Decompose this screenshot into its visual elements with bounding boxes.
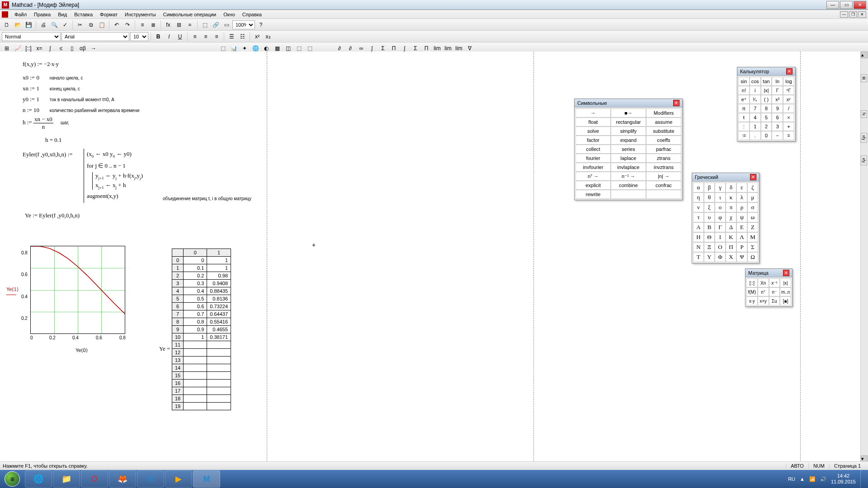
palette-cell[interactable]: . — [750, 131, 761, 140]
collapsed-panel[interactable]: fx — [861, 110, 867, 118]
math-region[interactable]: Eyler(f ,y0,x0,h,n) := — [23, 151, 73, 158]
palette-cell[interactable]: φ — [715, 212, 726, 222]
palette-cell[interactable]: Ο — [715, 242, 726, 252]
italic-icon[interactable]: I — [164, 32, 174, 42]
palette-cell[interactable]: ε — [736, 183, 747, 192]
palette-cell[interactable]: x² — [772, 95, 783, 104]
collapsed-panel[interactable]: ⊞ — [861, 74, 867, 82]
palette-cell[interactable]: rewrite — [576, 190, 611, 199]
palette-cell[interactable]: ztrans — [646, 154, 681, 163]
palette-cell[interactable]: cos — [750, 77, 761, 86]
print-icon[interactable]: 🖨 — [38, 20, 48, 30]
palette-cell[interactable]: [■] — [780, 296, 791, 305]
zoom-select[interactable]: 100% — [232, 20, 255, 29]
palette-cell[interactable]: η — [693, 192, 704, 202]
palette-close-icon[interactable]: ✕ — [673, 100, 679, 106]
palette-cell[interactable]: Κ — [726, 232, 736, 242]
palette-cell[interactable]: γ — [715, 183, 726, 192]
table-row[interactable]: 14 — [172, 364, 231, 372]
explorer-taskbtn[interactable]: 📁 — [53, 470, 80, 488]
palette-cell[interactable]: ι — [715, 192, 726, 202]
table-row[interactable]: 20.20.98 — [172, 272, 231, 280]
undo-icon[interactable]: ↶ — [112, 20, 122, 30]
palette-cell[interactable]: ln — [772, 77, 783, 86]
table-row[interactable]: 30.30.9408 — [172, 280, 231, 287]
symbolic-palette[interactable]: Символьные✕ →■→Modifiersfloatrectangular… — [574, 99, 683, 200]
table-row[interactable]: 15 — [172, 372, 231, 380]
palette-cell[interactable]: Θ — [704, 232, 715, 242]
palette-cell[interactable]: κ — [726, 192, 736, 202]
palette-cell[interactable]: Φ — [715, 252, 726, 262]
palette-cell[interactable]: Σ — [747, 242, 758, 252]
math-region[interactable]: f(x,y) := −2·x·y — [23, 61, 59, 68]
palette-cell[interactable]: ξ — [704, 202, 715, 212]
palette-cell[interactable]: laplace — [611, 154, 646, 163]
palette-cell[interactable]: 9 — [772, 104, 783, 113]
menu-справка[interactable]: Справка — [239, 11, 265, 18]
palette-cell[interactable]: : — [738, 122, 750, 131]
table-row[interactable]: 11 — [172, 341, 231, 349]
fx-icon[interactable]: fx — [163, 20, 173, 30]
size-select[interactable]: 10 — [130, 32, 148, 41]
palette-cell[interactable] — [646, 190, 681, 199]
math-region[interactable]: y0 := 1 ток в начальный момент t=0, А — [23, 96, 114, 103]
palette-cell[interactable]: x·y — [746, 296, 758, 305]
palette-cell[interactable]: Γ — [772, 86, 783, 95]
menu-вид[interactable]: Вид — [54, 11, 71, 18]
table-row[interactable]: 60.60.73224 — [172, 303, 231, 310]
palette-cell[interactable]: Ι — [715, 232, 726, 242]
palette-cell[interactable]: invlaplace — [611, 163, 646, 172]
palette-cell[interactable]: 6 — [772, 113, 783, 122]
component-icon[interactable]: ⬚ — [200, 20, 210, 30]
palette-cell[interactable]: 5 — [761, 113, 772, 122]
doc-minimize-button[interactable]: — — [840, 11, 848, 18]
paste-icon[interactable]: 📋 — [97, 20, 107, 30]
palette-cell[interactable]: Η — [693, 232, 704, 242]
collapsed-panel[interactable]: xfy — [861, 133, 867, 143]
tray-sound-icon[interactable]: 🔊 — [820, 476, 826, 482]
palette-cell[interactable]: β — [704, 183, 715, 192]
collapsed-panel[interactable]: xfy — [861, 155, 867, 165]
palette-cell[interactable]: x×y — [758, 296, 769, 305]
palette-close-icon[interactable]: ✕ — [786, 68, 793, 75]
palette-cell[interactable]: τ — [693, 212, 704, 222]
palette-cell[interactable]: α — [693, 183, 704, 192]
numbering-icon[interactable]: ☷ — [237, 32, 247, 42]
palette-cell[interactable]: := — [738, 131, 750, 140]
program-region[interactable]: (x0 ← x0 y0 ← y0) for j ∈ 0 .. n − 1 yj+… — [84, 149, 143, 203]
align2-icon[interactable]: ≣ — [148, 20, 158, 30]
palette-cell[interactable]: factor — [576, 136, 611, 145]
palette-cell[interactable]: Modifiers — [646, 108, 681, 117]
palette-cell[interactable]: Ω — [747, 252, 758, 262]
palette-cell[interactable]: float — [576, 117, 611, 127]
palette-cell[interactable]: ■→ — [611, 108, 646, 117]
math-region[interactable]: xn := 1 конец цикла, с — [23, 85, 80, 92]
palette-cell[interactable]: = — [783, 131, 794, 140]
redo-icon[interactable]: ↷ — [123, 20, 132, 30]
palette-cell[interactable]: nᵀ — [758, 287, 769, 296]
palette-cell[interactable]: Γ — [715, 222, 726, 232]
subscript-icon[interactable]: x₂ — [263, 32, 273, 42]
cut-icon[interactable]: ✂ — [75, 20, 85, 30]
palette-cell[interactable]: i — [750, 86, 761, 95]
table-row[interactable]: 16 — [172, 380, 231, 387]
palette-cell[interactable]: − — [772, 131, 783, 140]
save-icon[interactable]: 💾 — [24, 20, 33, 30]
menu-символьные операции[interactable]: Символьные операции — [160, 11, 220, 18]
table-row[interactable]: 12 — [172, 349, 231, 357]
palette-cell[interactable]: σ — [747, 202, 758, 212]
close-button[interactable]: ✕ — [854, 1, 866, 9]
table-row[interactable]: 001 — [172, 257, 231, 264]
link-icon[interactable]: 🔗 — [211, 20, 221, 30]
palette-cell[interactable]: Xn — [758, 278, 769, 287]
word-taskbtn[interactable]: W — [137, 470, 164, 488]
palette-cell[interactable]: invfourier — [576, 163, 611, 172]
palette-cell[interactable]: Τ — [693, 252, 704, 262]
palette-cell[interactable]: Ζ — [747, 222, 758, 232]
palette-cell[interactable]: m..n — [780, 287, 791, 296]
palette-cell[interactable]: combine — [611, 181, 646, 190]
palette-cell[interactable]: π — [726, 202, 736, 212]
palette-cell[interactable]: ⁿΓ — [783, 86, 794, 95]
bullets-icon[interactable]: ☰ — [226, 32, 236, 42]
system-tray[interactable]: RU ▲ 📶 🔊 14:4211.09.2015 — [784, 470, 868, 488]
